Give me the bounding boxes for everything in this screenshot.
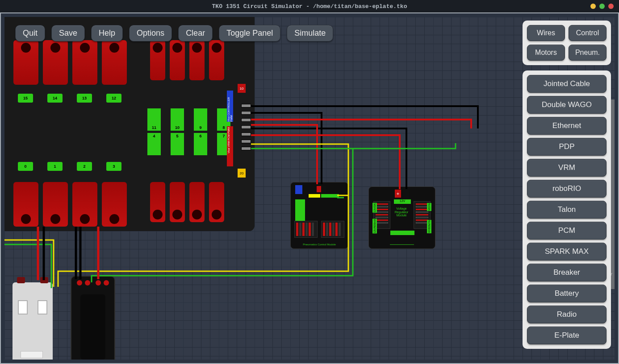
pdp-terminal[interactable] — [13, 182, 38, 227]
comp-vrm[interactable]: VRM — [527, 159, 606, 177]
comp-talon[interactable]: Talon — [527, 201, 606, 219]
pdp-pin[interactable] — [241, 147, 251, 150]
tab-motors[interactable]: Motors — [527, 45, 565, 61]
pdp-terminal[interactable] — [43, 40, 68, 85]
vrm-pos-icon[interactable]: + — [395, 190, 401, 198]
breaker-terminal[interactable] — [104, 280, 109, 285]
vrm-neg[interactable] — [403, 190, 409, 198]
comp-radio[interactable]: Radio — [527, 306, 606, 323]
pdp-fuse[interactable]: 2 — [77, 162, 92, 171]
tab-control[interactable]: Control — [569, 25, 606, 41]
pdp-terminal[interactable] — [189, 182, 205, 222]
clear-button[interactable]: Clear — [178, 25, 213, 41]
pdp-amp-20: 20 — [238, 169, 246, 178]
breaker-terminal[interactable] — [85, 280, 90, 285]
pdp-terminal[interactable] — [72, 40, 97, 85]
options-button[interactable]: Options — [129, 25, 172, 41]
pdp-pin[interactable] — [241, 111, 251, 115]
pdp-fuse[interactable]: 9 — [194, 108, 207, 131]
pdp-pin[interactable] — [241, 118, 251, 122]
pdp-terminal[interactable] — [150, 40, 165, 80]
comp-double-wago[interactable]: Double WAGO — [527, 96, 606, 114]
toggle-panel-button[interactable]: Toggle Panel — [219, 25, 280, 41]
pdp-pin[interactable] — [241, 132, 251, 136]
pdp-amp-10: 10 — [238, 84, 246, 93]
pcm-board — [295, 199, 305, 222]
maximize-icon[interactable] — [599, 4, 605, 9]
window-title: TKO 1351 Circuit Simulator - /home/titan… — [212, 3, 407, 10]
pdp-terminal[interactable] — [13, 40, 38, 85]
comp-breaker[interactable]: Breaker — [527, 264, 606, 281]
comp-battery[interactable]: Battery — [527, 285, 606, 302]
pdp-fuse[interactable]: 12 — [106, 94, 121, 103]
pdp-fuse[interactable]: 0 — [18, 162, 33, 171]
comp-roborio[interactable]: roboRIO — [527, 180, 606, 198]
vrm-label: 5V/500mA — [427, 220, 431, 233]
pdp-bottom-terminals — [13, 182, 224, 227]
pcm-terminal-block[interactable] — [294, 221, 318, 238]
pdp-fuse[interactable]: 4 — [147, 133, 161, 155]
battery-component[interactable] — [13, 282, 53, 360]
comp-spark-max[interactable]: SPARK MAX — [527, 243, 606, 261]
pdp-terminal[interactable] — [102, 40, 127, 85]
pdp-pin[interactable] — [241, 125, 251, 129]
comp-ethernet[interactable]: Ethernet — [527, 117, 606, 135]
pdp-fuse[interactable]: 15 — [18, 94, 33, 103]
comp-eplate[interactable]: E-Plate — [527, 327, 606, 344]
pdp-pin[interactable] — [241, 104, 251, 108]
pcm-pin[interactable] — [317, 186, 321, 192]
pdp-fuse[interactable]: 11 — [147, 108, 161, 131]
pdp-component[interactable]: 15 14 13 12 11 10 9 8 4 5 6 7 0 1 2 3 — [4, 17, 255, 231]
pdp-terminal[interactable] — [170, 40, 185, 80]
pdp-terminal[interactable] — [150, 182, 165, 222]
battery-terminal[interactable] — [40, 277, 48, 283]
comp-pcm[interactable]: PCM — [527, 222, 606, 240]
pdp-pin[interactable] — [241, 140, 251, 143]
pdp-fuse[interactable]: 14 — [47, 94, 63, 103]
breaker-terminal[interactable] — [77, 280, 82, 285]
vrm-label: 12V/2A — [372, 203, 377, 213]
vrm-12v-label: 12V — [394, 199, 411, 204]
pdp-fuse[interactable]: 6 — [194, 133, 207, 155]
pdp-fuse[interactable]: 13 — [77, 94, 92, 103]
pdp-fuse[interactable]: 10 — [171, 108, 184, 131]
pdp-fuse[interactable]: 1 — [47, 162, 63, 171]
pcm-component[interactable]: Pneumatics Control Module — [290, 182, 348, 249]
pdp-terminal[interactable] — [209, 40, 224, 80]
breaker-terminal[interactable] — [96, 280, 101, 285]
pdp-fuse-row-mid: 11 10 9 8 — [147, 108, 230, 131]
pdp-fuse[interactable]: 3 — [106, 162, 121, 171]
pdp-label: Vbat CONTROLLER PWM — [227, 91, 233, 122]
pdp-terminal[interactable] — [43, 182, 68, 227]
quit-button[interactable]: Quit — [15, 25, 45, 41]
pcm-title: Pneumatics Control Module — [291, 243, 348, 246]
save-button[interactable]: Save — [51, 25, 85, 41]
tab-pneum[interactable]: Pneum. — [569, 45, 606, 61]
vrm-component[interactable]: + 12V 12V/500mA 12V/2A 5V/500mA 5V/2A Vo… — [368, 186, 435, 249]
pcm-pin[interactable] — [322, 186, 326, 192]
pdp-terminal[interactable] — [102, 182, 127, 227]
pdp-terminal[interactable] — [72, 182, 97, 227]
simulate-button[interactable]: Simulate — [287, 25, 333, 41]
pdp-terminal[interactable] — [189, 40, 205, 80]
titlebar: TKO 1351 Circuit Simulator - /home/titan… — [0, 0, 619, 12]
close-icon[interactable] — [608, 4, 614, 9]
pcm-terminal-block[interactable] — [321, 221, 344, 238]
pdp-fuse[interactable]: 5 — [171, 133, 184, 155]
pdp-terminal[interactable] — [170, 182, 185, 222]
pdp-terminal[interactable] — [209, 182, 224, 222]
canvas[interactable]: Quit Save Help Options Clear Toggle Pane… — [4, 17, 615, 360]
battery-terminal[interactable] — [17, 277, 25, 283]
minimize-icon[interactable] — [590, 4, 596, 9]
side-panel: Wires Control Motors Pneum. Jointed Cabl… — [523, 21, 611, 354]
tab-wires[interactable]: Wires — [527, 25, 565, 41]
pdp-label: Vbat VRM PCM PWM — [227, 127, 230, 153]
vrm-strip — [390, 231, 414, 235]
pcm-conn[interactable] — [295, 185, 302, 194]
help-button[interactable]: Help — [91, 25, 123, 41]
comp-pdp[interactable]: PDP — [527, 138, 606, 156]
breaker-component[interactable] — [71, 276, 115, 360]
comp-jointed-cable[interactable]: Jointed Cable — [527, 75, 606, 93]
battery-label — [21, 351, 43, 358]
pdp-controller-strip: Vbat CONTROLLER PWM — [227, 91, 233, 122]
